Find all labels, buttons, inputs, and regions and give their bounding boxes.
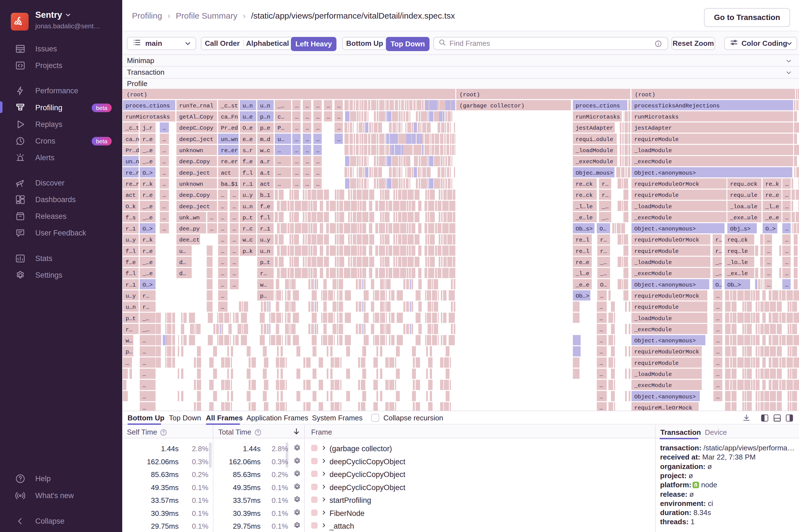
svg-text:f…l: f…l bbox=[260, 215, 270, 221]
svg-text:p…: p… bbox=[260, 293, 267, 299]
svg-text:re…ck: re…ck bbox=[576, 192, 593, 198]
svg-text:…: … bbox=[716, 338, 720, 344]
svg-text:…: … bbox=[278, 170, 281, 176]
svg-text:u…y: u…y bbox=[260, 237, 270, 243]
svg-text:…: … bbox=[221, 215, 224, 221]
svg-text:_execModule: _execModule bbox=[575, 158, 613, 165]
svg-text:_…: _… bbox=[142, 316, 149, 322]
svg-text:_e…e: _e…e bbox=[575, 282, 589, 288]
svg-text:_loadModule: _loadModule bbox=[634, 148, 672, 154]
svg-text:…: … bbox=[599, 360, 603, 366]
svg-text:_…e: _…e bbox=[142, 204, 153, 210]
svg-text:…: … bbox=[785, 259, 788, 266]
svg-text:u…n: u…n bbox=[243, 103, 253, 109]
svg-text:unknown: unknown bbox=[179, 181, 203, 187]
svg-text:…: … bbox=[785, 204, 788, 210]
svg-text:…: … bbox=[295, 181, 298, 187]
svg-text:_…e: _…e bbox=[142, 215, 153, 221]
svg-text:r…: r… bbox=[260, 270, 267, 277]
svg-text:…: … bbox=[278, 148, 281, 154]
svg-text:_loadModule: _loadModule bbox=[575, 148, 613, 154]
svg-text:…: … bbox=[163, 181, 166, 187]
svg-text:re…l: re…l bbox=[576, 237, 589, 243]
svg-text:_execModule: _execModule bbox=[634, 215, 672, 221]
svg-text:…: … bbox=[143, 338, 146, 344]
svg-text:s…r: s…r bbox=[243, 148, 253, 154]
svg-text:p…n: p…n bbox=[260, 114, 270, 120]
svg-text:…: … bbox=[716, 382, 720, 389]
svg-text:…: … bbox=[210, 226, 213, 232]
svg-text:r…1: r…1 bbox=[243, 181, 253, 187]
svg-text:(root): (root) bbox=[460, 92, 480, 98]
svg-text:…: … bbox=[785, 181, 788, 187]
svg-text:…: … bbox=[143, 382, 146, 389]
svg-text:re…r: re…r bbox=[126, 181, 139, 187]
svg-text:r…k: r…k bbox=[143, 237, 153, 243]
svg-text:r…: r… bbox=[602, 181, 609, 187]
svg-text:…: … bbox=[295, 136, 298, 143]
svg-text:proces…ctions: proces…ctions bbox=[126, 103, 170, 109]
svg-text:deep…ject: deep…ject bbox=[179, 204, 210, 210]
svg-text:p…k: p…k bbox=[243, 248, 253, 254]
svg-text:_…: _… bbox=[142, 326, 149, 333]
svg-text:…: … bbox=[327, 103, 330, 109]
svg-text:act: act bbox=[126, 192, 136, 198]
svg-text:_…: _… bbox=[600, 270, 607, 277]
svg-text:…: … bbox=[163, 215, 166, 221]
svg-text:_…: _… bbox=[601, 204, 609, 210]
svg-text:…: … bbox=[305, 103, 309, 109]
svg-text:r…c: r…c bbox=[243, 226, 253, 232]
svg-text:_execModule: _execModule bbox=[634, 382, 672, 389]
svg-text:f…e: f…e bbox=[243, 158, 253, 165]
svg-text:…: … bbox=[143, 394, 146, 400]
svg-text:Object.<anonymous>: Object.<anonymous> bbox=[634, 394, 696, 400]
svg-text:…: … bbox=[599, 326, 603, 333]
svg-text:…: … bbox=[785, 192, 788, 198]
svg-text:re…er: re…er bbox=[221, 158, 238, 165]
svg-text:u…y: u…y bbox=[126, 237, 136, 243]
svg-text:a…r: a…r bbox=[260, 158, 270, 165]
svg-text:w…c: w…c bbox=[260, 148, 270, 154]
svg-text:_e…e: _e…e bbox=[765, 215, 779, 221]
svg-text:requireModuleOrMock: requireModuleOrMock bbox=[634, 181, 699, 187]
svg-text:…: … bbox=[143, 349, 146, 355]
svg-text:b…1: b…1 bbox=[260, 192, 270, 198]
svg-text:(root): (root) bbox=[635, 92, 655, 98]
svg-text:f…l: f…l bbox=[126, 248, 136, 254]
svg-text:c…: c… bbox=[278, 114, 284, 120]
svg-text:…: … bbox=[785, 248, 788, 254]
svg-text:_…e: _…e bbox=[142, 259, 153, 266]
svg-text:u…y: u…y bbox=[126, 293, 136, 299]
svg-text:requi…odule: requi…odule bbox=[576, 136, 613, 143]
svg-text:act: act bbox=[221, 170, 231, 176]
svg-text:…: … bbox=[785, 226, 788, 232]
svg-text:…: … bbox=[337, 103, 340, 109]
svg-text:deep…Copy: deep…Copy bbox=[179, 158, 210, 165]
svg-text:_…: _… bbox=[601, 215, 609, 221]
svg-text:_loadModule: _loadModule bbox=[634, 316, 672, 322]
svg-text:requireModule: requireModule bbox=[634, 360, 679, 366]
svg-text:r…: r… bbox=[602, 192, 609, 198]
svg-text:…: … bbox=[305, 136, 309, 143]
svg-text:O…: O… bbox=[600, 282, 607, 288]
svg-text:…: … bbox=[785, 282, 788, 288]
svg-text:…: … bbox=[305, 125, 309, 131]
svg-text:r…e: r…e bbox=[143, 248, 153, 254]
svg-text:…: … bbox=[163, 125, 166, 131]
svg-text:r…: r… bbox=[143, 304, 149, 310]
svg-text:d…: d… bbox=[179, 270, 186, 277]
svg-text:…: … bbox=[233, 215, 236, 221]
svg-text:proces…ctions: proces…ctions bbox=[576, 103, 620, 109]
svg-text:…: … bbox=[716, 349, 720, 355]
svg-text:…: … bbox=[599, 394, 603, 400]
svg-text:u…e: u…e bbox=[243, 114, 253, 120]
svg-text:requ…ock: requ…ock bbox=[730, 181, 757, 187]
svg-text:_loadModule: _loadModule bbox=[634, 204, 672, 210]
svg-text:…: … bbox=[337, 136, 340, 143]
svg-text:…: … bbox=[716, 304, 720, 310]
svg-text:u…n: u…n bbox=[260, 103, 270, 109]
svg-text:requireModuleOrMock: requireModuleOrMock bbox=[634, 237, 699, 243]
svg-text:_execModule: _execModule bbox=[634, 270, 672, 277]
svg-text:runMicrotasks: runMicrotasks bbox=[576, 114, 620, 120]
svg-text:…: … bbox=[767, 270, 770, 277]
